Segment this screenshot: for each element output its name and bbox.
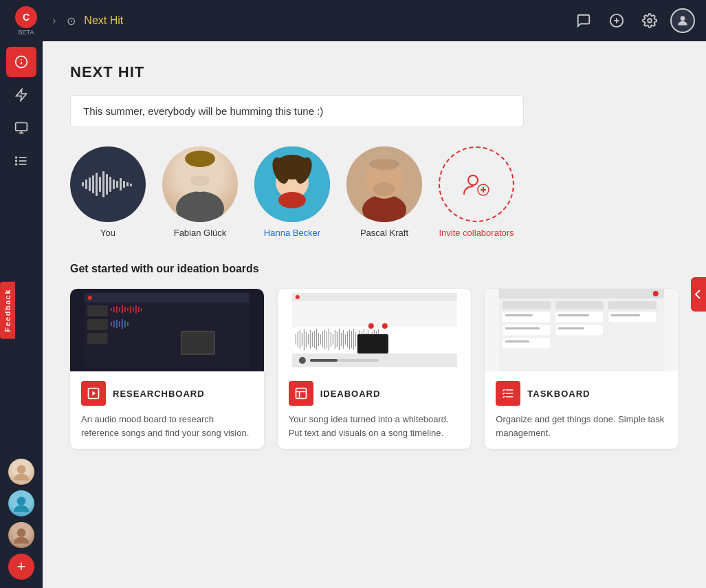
svg-rect-131 <box>357 334 388 353</box>
collaborator-fabian[interactable]: Fabian Glück <box>162 146 238 238</box>
add-project-button[interactable]: + <box>8 554 34 580</box>
svg-rect-65 <box>122 305 123 314</box>
upload-button[interactable] <box>604 8 629 33</box>
researchboard-icon <box>81 381 106 406</box>
svg-rect-151 <box>505 314 533 316</box>
svg-point-86 <box>295 295 299 299</box>
sidebar-avatar-1[interactable] <box>8 459 34 485</box>
svg-point-141 <box>653 291 659 296</box>
svg-rect-88 <box>295 334 296 345</box>
svg-rect-61 <box>111 308 112 311</box>
svg-rect-140 <box>499 289 664 298</box>
collaborator-fabian-name: Fabian Glück <box>174 228 227 238</box>
svg-rect-109 <box>338 329 339 350</box>
svg-point-45 <box>278 192 306 208</box>
collaborators-row: You Fabian Glück <box>70 146 679 238</box>
svg-point-3 <box>648 19 652 23</box>
svg-point-15 <box>16 157 17 158</box>
sidebar-avatar-3[interactable] <box>8 522 34 548</box>
svg-rect-110 <box>340 333 341 346</box>
collaborator-hanna[interactable]: Hanna Becker <box>254 146 330 238</box>
svg-rect-103 <box>326 331 327 348</box>
page-title: NEXT HIT <box>70 63 679 81</box>
chat-button[interactable] <box>571 8 596 33</box>
svg-rect-147 <box>555 312 604 323</box>
sidebar-item-lightning[interactable] <box>6 80 36 110</box>
svg-rect-95 <box>309 330 310 349</box>
collaborator-you-name: You <box>100 228 115 238</box>
svg-rect-113 <box>346 331 347 347</box>
svg-rect-62 <box>113 307 115 312</box>
avatar-hanna <box>254 146 330 222</box>
board-header-task: TASKBOARD <box>496 381 668 406</box>
svg-point-20 <box>17 528 26 537</box>
researchboard-preview-svg <box>74 293 260 367</box>
svg-point-19 <box>17 497 26 505</box>
svg-rect-31 <box>116 181 118 188</box>
description-box[interactable]: This summer, everybody will be humming t… <box>70 95 524 127</box>
collaborator-pascal[interactable]: Pascal Kraft <box>346 146 422 238</box>
collaborator-you[interactable]: You <box>70 146 146 238</box>
svg-rect-155 <box>558 327 584 329</box>
sidebar-item-monitor[interactable] <box>6 113 36 143</box>
svg-point-7 <box>21 59 22 61</box>
svg-rect-23 <box>89 177 91 191</box>
svg-rect-89 <box>297 331 298 347</box>
board-header-research: RESEARCHBOARD <box>81 381 253 406</box>
hanna-avatar-svg <box>254 146 330 222</box>
svg-rect-114 <box>349 329 349 349</box>
svg-point-39 <box>190 175 210 186</box>
svg-rect-154 <box>558 314 589 316</box>
svg-rect-25 <box>96 173 98 196</box>
svg-rect-115 <box>351 331 351 348</box>
board-researchboard-content: RESEARCHBOARD An audio mood board to res… <box>70 371 264 449</box>
user-avatar-nav[interactable] <box>670 8 695 33</box>
svg-rect-96 <box>311 332 312 347</box>
svg-marker-8 <box>16 89 27 101</box>
svg-rect-26 <box>99 177 101 192</box>
fabian-avatar-svg <box>166 146 234 222</box>
svg-rect-152 <box>505 327 540 329</box>
svg-rect-101 <box>322 331 322 347</box>
board-taskboard[interactable]: TASKBOARD Organize and get things done. … <box>485 289 679 449</box>
svg-marker-83 <box>92 391 96 396</box>
svg-rect-34 <box>126 182 129 186</box>
sidebar-item-info[interactable] <box>6 47 36 77</box>
board-desc-idea: Your song idea turned into a whiteboard.… <box>289 413 461 439</box>
right-panel-handle[interactable] <box>691 277 706 312</box>
boards-section-title: Get started with our ideation boards <box>70 263 679 275</box>
svg-rect-111 <box>342 330 343 349</box>
avatar-fabian <box>162 146 238 222</box>
svg-rect-117 <box>355 332 355 347</box>
breadcrumb-icon: ⊙ <box>67 14 76 28</box>
svg-rect-60 <box>87 333 108 344</box>
boards-grid: RESEARCHBOARD An audio mood board to res… <box>70 289 679 449</box>
svg-rect-100 <box>320 334 320 345</box>
svg-rect-85 <box>291 293 456 301</box>
svg-point-49 <box>369 159 399 170</box>
board-ideaboard[interactable]: IDEABOARD Your song idea turned into a w… <box>278 289 472 449</box>
main-content: NEXT HIT This summer, everybody will be … <box>43 41 706 588</box>
invite-collaborator[interactable]: Invite collaborators <box>439 146 514 238</box>
feedback-tab[interactable]: Feedback <box>0 282 15 339</box>
avatar-pascal <box>346 146 422 222</box>
svg-rect-67 <box>127 308 129 311</box>
avatar-you <box>70 146 146 222</box>
board-researchboard[interactable]: RESEARCHBOARD An audio mood board to res… <box>70 289 264 449</box>
sidebar-avatar-2[interactable] <box>8 490 34 516</box>
svg-rect-28 <box>106 174 108 195</box>
svg-rect-21 <box>82 182 84 186</box>
ideaboard-icon <box>289 381 313 406</box>
invite-icon <box>463 171 490 198</box>
svg-rect-71 <box>138 307 140 312</box>
svg-rect-94 <box>307 334 308 345</box>
svg-point-18 <box>17 465 26 474</box>
svg-rect-148 <box>555 325 604 336</box>
settings-button[interactable] <box>637 8 662 33</box>
sidebar-item-list[interactable] <box>6 146 36 176</box>
logo[interactable]: C BETA <box>11 6 41 36</box>
svg-rect-69 <box>133 307 134 312</box>
board-desc-task: Organize and get things done. Simple tas… <box>496 413 668 439</box>
svg-rect-135 <box>309 359 337 362</box>
svg-rect-108 <box>336 331 337 347</box>
